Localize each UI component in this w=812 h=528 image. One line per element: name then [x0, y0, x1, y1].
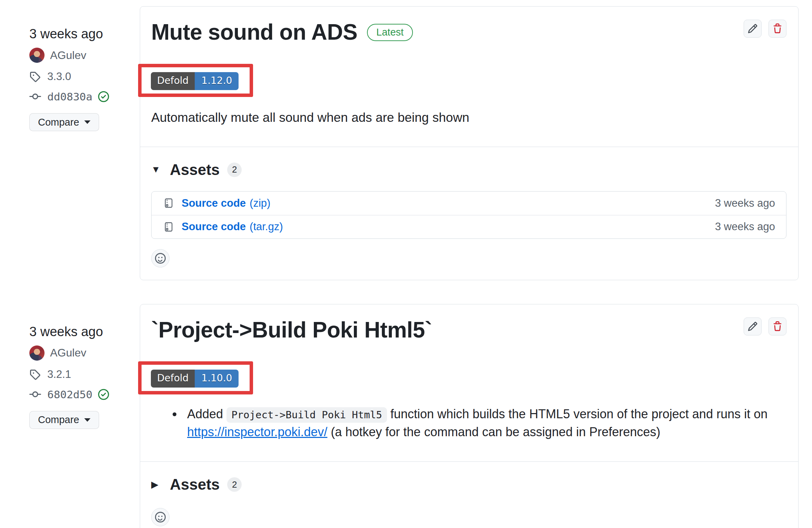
author-link[interactable]: AGulev: [50, 49, 86, 62]
compare-button[interactable]: Compare: [29, 411, 99, 429]
tag-name: 3.2.1: [47, 368, 71, 381]
release-tag-row[interactable]: 3.3.0: [29, 70, 140, 83]
bullet-text: function which builds the HTML5 version …: [390, 407, 768, 421]
release-title: Mute sound on ADS: [151, 20, 357, 45]
releases-page: 3 weeks ago AGulev 3.3.0 dd0830a: [0, 6, 812, 528]
caret-down-icon: [84, 418, 90, 422]
defold-version-badge: Defold 1.12.0: [151, 72, 239, 90]
pencil-icon: [747, 321, 758, 332]
release-1-timeline: 3 weeks ago AGulev 3.3.0 dd0830a: [0, 6, 140, 131]
red-annotation-box: Defold 1.12.0: [138, 64, 253, 97]
release-row-1: 3 weeks ago AGulev 3.3.0 dd0830a: [0, 6, 812, 280]
add-reaction-button[interactable]: [151, 508, 170, 526]
file-zip-icon: [163, 222, 174, 232]
triangle-down-icon: ▼: [151, 165, 162, 174]
assets-label: Assets: [170, 162, 220, 177]
release-tag-row[interactable]: 3.2.1: [29, 368, 140, 381]
source-code-zip-link[interactable]: Source code (zip): [182, 197, 270, 209]
tag-icon: [29, 369, 41, 380]
smiley-icon: [155, 253, 166, 264]
asset-row-zip: Source code (zip) 3 weeks ago: [152, 192, 786, 215]
avatar[interactable]: [29, 48, 45, 63]
verified-icon[interactable]: [97, 388, 110, 401]
release-description: Automatically mute all sound when ads ar…: [151, 109, 786, 126]
trash-icon: [772, 321, 783, 332]
delete-release-button[interactable]: [768, 20, 786, 38]
red-annotation-box: Defold 1.10.0: [138, 361, 253, 394]
source-code-targz-link[interactable]: Source code (tar.gz): [182, 221, 283, 233]
assets-label: Assets: [170, 477, 220, 492]
release-commit-row[interactable]: dd0830a: [29, 90, 140, 103]
asset-name: Source code: [182, 197, 246, 209]
caret-down-icon: [84, 120, 90, 124]
release-1-assets-section: ▼ Assets 2 Source code (zip) 3 weeks ago: [140, 147, 798, 280]
compare-label: Compare: [38, 117, 79, 128]
asset-format: (tar.gz): [250, 221, 283, 233]
latest-badge: Latest: [367, 24, 413, 41]
asset-date: 3 weeks ago: [715, 221, 775, 233]
release-1-card: Mute sound on ADS Latest: [140, 6, 799, 280]
poki-inspector-link[interactable]: https://inspector.poki.dev/: [187, 425, 327, 439]
asset-format: (zip): [250, 197, 270, 209]
file-zip-icon: [163, 198, 174, 208]
asset-date: 3 weeks ago: [715, 197, 775, 209]
bullet-text: Added: [187, 407, 223, 421]
release-author-row: AGulev: [29, 48, 140, 63]
release-row-2: 3 weeks ago AGulev 3.2.1 6802d50: [0, 304, 812, 528]
commit-hash: 6802d50: [47, 388, 93, 401]
bullet-text: (a hotkey for the command can be assigne…: [331, 425, 660, 439]
tag-icon: [29, 71, 41, 82]
smiley-icon: [155, 512, 166, 522]
release-author-row: AGulev: [29, 345, 140, 361]
tag-name: 3.3.0: [47, 70, 71, 83]
release-description: Added Project->Build Poki Html5 function…: [151, 405, 786, 441]
assets-list: Source code (zip) 3 weeks ago Source cod…: [151, 191, 786, 239]
changelog-item: Added Project->Build Poki Html5 function…: [187, 405, 786, 441]
compare-label: Compare: [38, 414, 79, 426]
defold-badge-label: Defold: [151, 370, 195, 388]
inline-code: Project->Build Poki Html5: [226, 407, 387, 423]
trash-icon: [772, 23, 783, 34]
assets-count-badge: 2: [227, 477, 242, 492]
release-date: 3 weeks ago: [29, 27, 140, 41]
release-1-header: Mute sound on ADS Latest: [140, 7, 798, 147]
release-2-header: `Project->Build Poki Html5`: [140, 304, 798, 462]
assets-toggle[interactable]: ▶ Assets 2: [151, 477, 786, 492]
defold-badge-label: Defold: [151, 72, 195, 90]
delete-release-button[interactable]: [768, 317, 786, 335]
avatar[interactable]: [29, 345, 45, 361]
author-link[interactable]: AGulev: [50, 346, 86, 359]
assets-count-badge: 2: [227, 163, 242, 177]
verified-icon[interactable]: [97, 90, 110, 103]
assets-toggle[interactable]: ▼ Assets 2: [151, 162, 786, 177]
defold-version-badge: Defold 1.10.0: [151, 370, 239, 388]
release-2-card: `Project->Build Poki Html5`: [140, 304, 799, 528]
release-title: `Project->Build Poki Html5`: [151, 317, 432, 343]
commit-hash: dd0830a: [47, 90, 93, 103]
add-reaction-button[interactable]: [151, 249, 170, 267]
edit-release-button[interactable]: [744, 317, 762, 335]
release-2-assets-section: ▶ Assets 2: [140, 461, 798, 528]
commit-icon: [29, 389, 41, 400]
edit-release-button[interactable]: [744, 20, 762, 38]
defold-badge-version: 1.12.0: [195, 72, 239, 90]
release-commit-row[interactable]: 6802d50: [29, 388, 140, 401]
commit-icon: [29, 91, 41, 102]
release-2-timeline: 3 weeks ago AGulev 3.2.1 6802d50: [0, 304, 140, 429]
compare-button[interactable]: Compare: [29, 113, 99, 131]
asset-row-targz: Source code (tar.gz) 3 weeks ago: [152, 215, 786, 238]
asset-name: Source code: [182, 221, 246, 233]
triangle-right-icon: ▶: [151, 480, 162, 489]
release-date: 3 weeks ago: [29, 324, 140, 339]
defold-badge-version: 1.10.0: [195, 370, 239, 388]
pencil-icon: [747, 23, 758, 34]
